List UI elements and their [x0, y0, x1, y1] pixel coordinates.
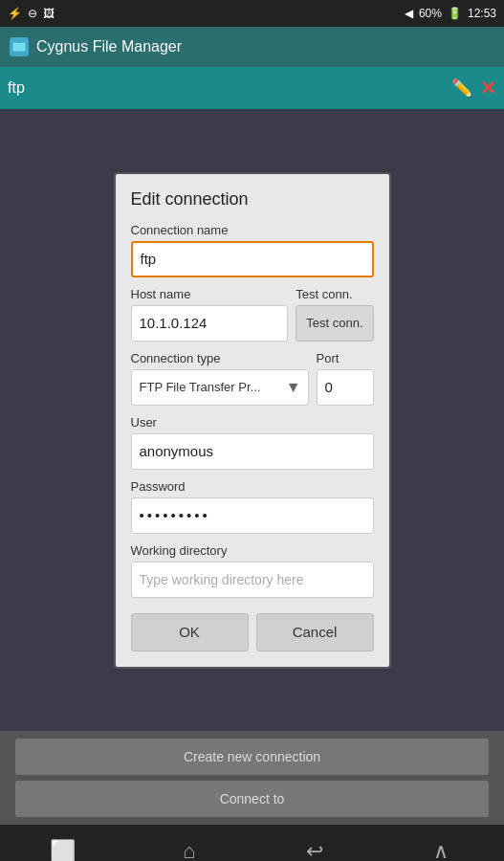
- connection-type-group: Connection type FTP File Transfer Pr... …: [131, 351, 309, 406]
- bottom-buttons: Create new connection Connect to: [0, 731, 504, 825]
- main-content: Edit connection Connection name Host nam…: [0, 109, 504, 731]
- pencil-icon[interactable]: ✏️: [451, 77, 472, 99]
- connection-name-input[interactable]: [131, 241, 374, 277]
- user-label: User: [131, 415, 374, 430]
- port-label: Port: [317, 351, 374, 365]
- battery-icon: 🔋: [448, 7, 462, 20]
- up-nav-icon[interactable]: ∧: [422, 832, 460, 861]
- password-label: Password: [131, 479, 374, 494]
- connection-type-label: Connection type: [131, 351, 309, 365]
- title-bar: Cygnus File Manager: [0, 27, 504, 67]
- host-name-input[interactable]: [131, 305, 289, 342]
- connection-type-row: Connection type FTP File Transfer Pr... …: [131, 351, 374, 406]
- working-directory-label: Working directory: [131, 543, 374, 558]
- status-bar: ⚡ ⊖ 🖼 ◀ 60% 🔋 12:53: [0, 0, 504, 27]
- test-conn-label: Test conn.: [296, 287, 373, 301]
- test-conn-group: Test conn. Test conn.: [296, 287, 373, 342]
- svg-rect-1: [16, 40, 22, 43]
- connection-type-select-wrapper: FTP File Transfer Pr... SFTP SMB ▼: [131, 369, 309, 406]
- usb-icon: ⚡: [8, 7, 22, 20]
- minus-icon: ⊖: [28, 7, 37, 20]
- host-name-label: Host name: [131, 287, 289, 301]
- app-icon: [10, 37, 29, 56]
- host-name-group: Host name: [131, 287, 289, 342]
- back-nav-icon[interactable]: ↩: [296, 832, 334, 861]
- working-directory-input[interactable]: [131, 562, 374, 598]
- image-icon: 🖼: [43, 7, 55, 20]
- status-right-icons: ◀ 60% 🔋 12:53: [405, 7, 496, 20]
- cancel-button[interactable]: Cancel: [256, 613, 374, 651]
- home-nav-icon[interactable]: ⌂: [170, 832, 208, 861]
- signal-icon: ◀: [405, 7, 413, 20]
- app-title: Cygnus File Manager: [36, 38, 182, 55]
- user-input[interactable]: [131, 433, 374, 470]
- edit-connection-dialog: Edit connection Connection name Host nam…: [114, 172, 391, 669]
- password-input[interactable]: [131, 497, 374, 534]
- search-input[interactable]: [8, 73, 444, 103]
- port-input[interactable]: [317, 369, 374, 406]
- status-left-icons: ⚡ ⊖ 🖼: [8, 7, 55, 20]
- search-actions: ✏️ ✕: [451, 77, 496, 99]
- svg-rect-0: [12, 42, 26, 52]
- clock: 12:53: [468, 7, 496, 20]
- connect-to-button[interactable]: Connect to: [15, 781, 489, 817]
- battery-percentage: 60%: [419, 7, 442, 20]
- port-group: Port: [317, 351, 374, 406]
- connection-name-label: Connection name: [131, 223, 374, 237]
- ok-button[interactable]: OK: [131, 613, 249, 651]
- close-icon[interactable]: ✕: [480, 77, 496, 99]
- search-bar: ✏️ ✕: [0, 67, 504, 109]
- nav-bar: ⬜ ⌂ ↩ ∧: [0, 825, 504, 861]
- dialog-title: Edit connection: [131, 189, 374, 210]
- windows-nav-icon[interactable]: ⬜: [44, 832, 82, 861]
- dialog-buttons: OK Cancel: [131, 613, 374, 651]
- host-test-row: Host name Test conn. Test conn.: [131, 287, 374, 342]
- create-new-connection-button[interactable]: Create new connection: [15, 739, 489, 775]
- test-conn-button[interactable]: Test conn.: [296, 305, 373, 342]
- connection-type-select[interactable]: FTP File Transfer Pr... SFTP SMB: [131, 369, 309, 406]
